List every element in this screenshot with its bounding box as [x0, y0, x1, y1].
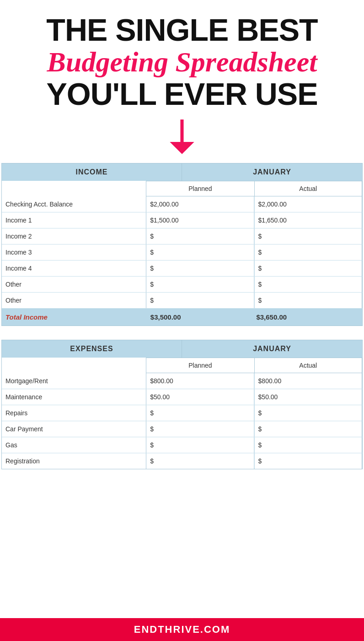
table-row: Income 1 $1,500.00 $1,650.00: [2, 212, 362, 228]
arrow-container: [0, 115, 364, 163]
row-actual: $800.00: [254, 373, 362, 389]
table-row: Other $ $: [2, 277, 362, 293]
row-label: Income 1: [2, 212, 146, 228]
header-section: THE SINGLE BEST Budgeting Spreadsheet YO…: [0, 0, 364, 115]
title-line2: Budgeting Spreadsheet: [9, 46, 355, 77]
income-header-row: INCOME JANUARY: [2, 163, 362, 181]
row-planned: $: [146, 405, 254, 421]
table-row: Gas $ $: [2, 437, 362, 453]
expenses-col-empty: [2, 358, 146, 373]
row-planned: $: [146, 437, 254, 453]
row-planned: $: [146, 261, 254, 276]
expenses-header-row: EXPENSES JANUARY: [2, 340, 362, 358]
income-total-planned: $3,500.00: [147, 313, 253, 321]
row-planned: $1,500.00: [146, 212, 254, 228]
row-actual: $2,000.00: [254, 196, 362, 212]
income-col-labels: Planned Actual: [2, 181, 362, 196]
expenses-col-planned-label: Planned: [146, 358, 254, 373]
expenses-month-label: JANUARY: [182, 340, 362, 358]
row-actual: $: [254, 261, 362, 276]
table-row: Car Payment $ $: [2, 421, 362, 437]
arrow-down-icon: [168, 120, 196, 156]
title-line3: YOU'LL EVER USE: [9, 78, 355, 110]
expenses-col-labels: Planned Actual: [2, 358, 362, 373]
table-row: Registration $ $: [2, 453, 362, 469]
row-label: Repairs: [2, 405, 146, 421]
income-month-label: JANUARY: [182, 163, 362, 181]
row-planned: $: [146, 244, 254, 260]
table-row: Income 3 $ $: [2, 244, 362, 261]
income-col-empty: [2, 181, 146, 196]
svg-marker-1: [170, 142, 194, 154]
row-planned: $: [146, 228, 254, 244]
row-label: Other: [2, 293, 146, 308]
row-planned: $50.00: [146, 389, 254, 405]
row-actual: $: [254, 293, 362, 308]
row-actual: $: [254, 277, 362, 292]
row-label: Income 3: [2, 244, 146, 260]
income-total-label: Total Income: [5, 313, 147, 321]
title-line1: THE SINGLE BEST: [9, 14, 355, 46]
row-label: Other: [2, 277, 146, 292]
row-actual: $: [254, 421, 362, 437]
row-label: Maintenance: [2, 389, 146, 405]
row-label: Registration: [2, 453, 146, 469]
row-actual: $: [254, 453, 362, 469]
row-actual: $1,650.00: [254, 212, 362, 228]
row-actual: $: [254, 228, 362, 244]
table-row: Maintenance $50.00 $50.00: [2, 389, 362, 405]
income-total-row: Total Income $3,500.00 $3,650.00: [2, 309, 362, 326]
expenses-col-actual-label: Actual: [254, 358, 362, 373]
row-actual: $: [254, 244, 362, 260]
row-label: Gas: [2, 437, 146, 453]
table-row: Repairs $ $: [2, 405, 362, 421]
expenses-section-label: EXPENSES: [2, 340, 182, 358]
income-spreadsheet: INCOME JANUARY Planned Actual Checking A…: [1, 163, 363, 483]
row-planned: $2,000.00: [146, 196, 254, 212]
row-label: Checking Acct. Balance: [2, 196, 146, 212]
table-row: Checking Acct. Balance $2,000.00 $2,000.…: [2, 196, 362, 212]
expenses-table: EXPENSES JANUARY Planned Actual Mortgage…: [1, 340, 363, 469]
table-row: Other $ $: [2, 293, 362, 309]
row-planned: $: [146, 421, 254, 437]
row-label: Car Payment: [2, 421, 146, 437]
income-section-label: INCOME: [2, 163, 182, 181]
table-row: Mortgage/Rent $800.00 $800.00: [2, 373, 362, 389]
row-label: Income 4: [2, 261, 146, 276]
row-label: Mortgage/Rent: [2, 373, 146, 389]
footer-bar: ENDTHRIVE.COM: [0, 618, 364, 641]
table-row: Income 2 $ $: [2, 228, 362, 244]
row-planned: $: [146, 293, 254, 308]
row-planned: $: [146, 277, 254, 292]
table-row: Income 4 $ $: [2, 261, 362, 277]
income-col-planned-label: Planned: [146, 181, 254, 196]
row-actual: $: [254, 405, 362, 421]
income-total-actual: $3,650.00: [252, 313, 359, 321]
income-table: INCOME JANUARY Planned Actual Checking A…: [1, 163, 363, 326]
row-planned: $800.00: [146, 373, 254, 389]
income-col-actual-label: Actual: [254, 181, 362, 196]
row-label: Income 2: [2, 228, 146, 244]
footer-label: ENDTHRIVE.COM: [134, 624, 230, 635]
row-planned: $: [146, 453, 254, 469]
row-actual: $50.00: [254, 389, 362, 405]
row-actual: $: [254, 437, 362, 453]
